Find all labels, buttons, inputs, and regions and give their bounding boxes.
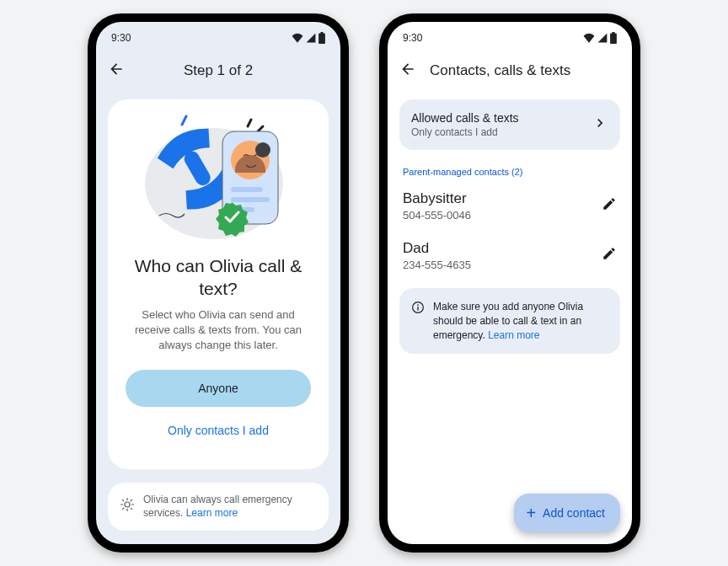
status-icons: [583, 32, 617, 44]
back-icon[interactable]: [108, 61, 125, 82]
main-card: Who can Olivia call & text? Select who O…: [108, 99, 329, 469]
emergency-icon: [120, 497, 135, 515]
learn-more-link[interactable]: Learn more: [488, 329, 539, 341]
svg-line-16: [122, 500, 124, 502]
emergency-notice: Olivia can always call emergency service…: [108, 483, 329, 530]
svg-line-2: [182, 116, 186, 125]
svg-line-3: [248, 120, 251, 126]
page-title: Contacts, calls & texts: [430, 62, 570, 79]
question-heading: Who can Olivia call & text?: [125, 254, 312, 301]
contact-row[interactable]: Babysitter 504-555-0046: [388, 182, 632, 232]
chevron-right-icon: [592, 115, 608, 135]
contact-phone: 234-555-4635: [403, 259, 471, 271]
illustration: [138, 113, 298, 248]
info-icon: [411, 301, 425, 342]
step-indicator: Step 1 of 2: [184, 62, 253, 79]
phone-frame-right: 9:30 Contacts, calls & texts Allowed cal…: [379, 13, 640, 553]
allowed-calls-setting[interactable]: Allowed calls & texts Only contacts I ad…: [399, 99, 620, 150]
back-icon[interactable]: [399, 61, 416, 82]
wifi-icon: [583, 33, 595, 43]
svg-rect-9: [231, 197, 270, 202]
signal-icon: [597, 33, 608, 43]
signal-icon: [306, 33, 316, 43]
fab-label: Add contact: [543, 506, 605, 520]
plus-icon: +: [526, 504, 536, 523]
edit-icon[interactable]: [602, 246, 617, 265]
svg-line-4: [258, 126, 263, 131]
add-contact-fab[interactable]: + Add contact: [514, 494, 620, 532]
contact-name: Babysitter: [403, 190, 471, 207]
top-bar: Step 1 of 2: [96, 51, 340, 91]
svg-point-21: [417, 304, 419, 306]
status-time: 9:30: [403, 32, 422, 44]
learn-more-link[interactable]: Learn more: [186, 507, 238, 519]
contact-phone: 504-555-0046: [403, 209, 471, 222]
question-subtext: Select who Olivia can send and receive c…: [125, 307, 312, 354]
phone-screen-right: 9:30 Contacts, calls & texts Allowed cal…: [388, 22, 632, 544]
contact-row[interactable]: Dad 234-555-4635: [388, 232, 632, 281]
wifi-icon: [292, 33, 303, 43]
setting-title: Allowed calls & texts: [411, 111, 519, 125]
anyone-button[interactable]: Anyone: [126, 370, 311, 407]
edit-icon[interactable]: [602, 196, 617, 216]
phone-screen-left: 9:30 Step 1 of 2: [96, 22, 340, 544]
status-bar: 9:30: [388, 22, 632, 51]
notice-text: Olivia can always call emergency service…: [143, 493, 317, 520]
top-bar: Contacts, calls & texts: [388, 51, 632, 91]
svg-line-17: [131, 508, 132, 510]
svg-line-19: [131, 500, 132, 502]
only-contacts-button[interactable]: Only contacts I add: [126, 412, 311, 449]
setting-value: Only contacts I add: [411, 126, 519, 138]
battery-icon: [610, 32, 617, 44]
svg-point-7: [255, 142, 270, 158]
svg-rect-8: [231, 187, 263, 192]
phone-frame-left: 9:30 Step 1 of 2: [88, 13, 349, 553]
section-label: Parent-managed contacts (2): [403, 167, 617, 177]
svg-rect-22: [417, 307, 418, 311]
status-time: 9:30: [111, 32, 131, 44]
status-bar: 9:30: [96, 22, 340, 51]
svg-point-11: [125, 502, 130, 507]
battery-icon: [318, 32, 325, 44]
status-icons: [292, 32, 325, 44]
info-text: Make sure you add anyone Olivia should b…: [433, 300, 608, 342]
svg-line-18: [122, 508, 124, 510]
contact-name: Dad: [403, 240, 471, 257]
info-card: Make sure you add anyone Olivia should b…: [399, 288, 620, 354]
